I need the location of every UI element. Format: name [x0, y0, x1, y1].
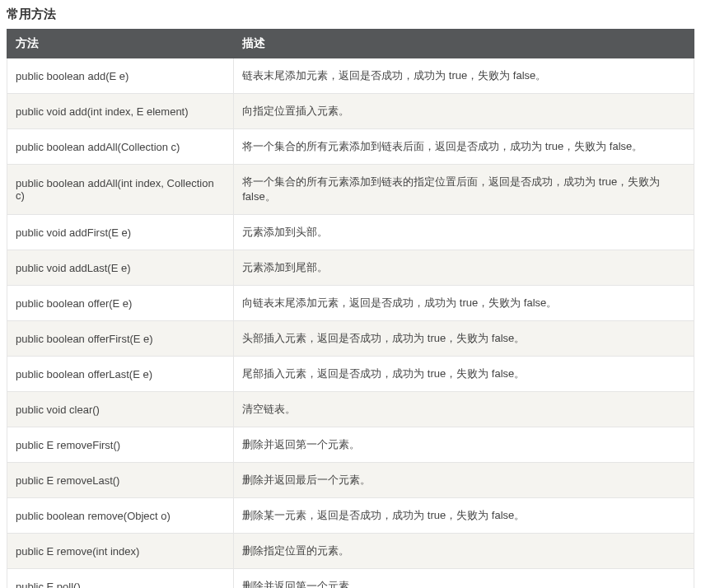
table-row: public boolean addAll(int index, Collect…	[7, 165, 694, 215]
table-row: public E removeLast()删除并返回最后一个元素。	[7, 463, 694, 498]
cell-description: 链表末尾添加元素，返回是否成功，成功为 true，失败为 false。	[234, 58, 694, 94]
cell-method: public boolean remove(Object o)	[7, 498, 234, 534]
cell-method: public void add(int index, E element)	[7, 94, 234, 129]
table-row: public boolean offerLast(E e)尾部插入元素，返回是否…	[7, 357, 694, 392]
cell-description: 删除某一元素，返回是否成功，成功为 true，失败为 false。	[234, 498, 694, 534]
table-row: public void add(int index, E element)向指定…	[7, 94, 694, 129]
cell-description: 头部插入元素，返回是否成功，成功为 true，失败为 false。	[234, 321, 694, 357]
table-row: public boolean addAll(Collection c)将一个集合…	[7, 129, 694, 165]
cell-method: public void addLast(E e)	[7, 250, 234, 286]
cell-description: 清空链表。	[234, 392, 694, 427]
table-row: public E remove(int index)删除指定位置的元素。	[7, 534, 694, 569]
cell-description: 将一个集合的所有元素添加到链表的指定位置后面，返回是否成功，成功为 true，失…	[234, 165, 694, 215]
cell-method: public boolean addAll(Collection c)	[7, 129, 234, 165]
table-row: public boolean offerFirst(E e)头部插入元素，返回是…	[7, 321, 694, 357]
cell-description: 元素添加到头部。	[234, 215, 694, 250]
methods-table: 方法 描述 public boolean add(E e)链表末尾添加元素，返回…	[7, 29, 694, 588]
cell-description: 尾部插入元素，返回是否成功，成功为 true，失败为 false。	[234, 357, 694, 392]
cell-method: public E remove(int index)	[7, 534, 234, 569]
table-header-row: 方法 描述	[7, 30, 694, 58]
cell-description: 删除指定位置的元素。	[234, 534, 694, 569]
cell-description: 向链表末尾添加元素，返回是否成功，成功为 true，失败为 false。	[234, 286, 694, 321]
table-row: public boolean offer(E e)向链表末尾添加元素，返回是否成…	[7, 286, 694, 321]
cell-description: 删除并返回第一个元素。	[234, 427, 694, 463]
table-row: public void clear()清空链表。	[7, 392, 694, 427]
table-row: public boolean remove(Object o)删除某一元素，返回…	[7, 498, 694, 534]
table-row: public void addFirst(E e)元素添加到头部。	[7, 215, 694, 250]
cell-description: 删除并返回第一个元素。	[234, 569, 694, 589]
cell-method: public boolean offer(E e)	[7, 286, 234, 321]
section-title: 常用方法	[7, 7, 694, 22]
cell-method: public boolean add(E e)	[7, 58, 234, 94]
cell-method: public E removeLast()	[7, 463, 234, 498]
cell-method: public E poll()	[7, 569, 234, 589]
cell-method: public E removeFirst()	[7, 427, 234, 463]
table-row: public E removeFirst()删除并返回第一个元素。	[7, 427, 694, 463]
cell-method: public boolean offerFirst(E e)	[7, 321, 234, 357]
header-description: 描述	[234, 30, 694, 58]
cell-description: 删除并返回最后一个元素。	[234, 463, 694, 498]
cell-description: 向指定位置插入元素。	[234, 94, 694, 129]
cell-description: 将一个集合的所有元素添加到链表后面，返回是否成功，成功为 true，失败为 fa…	[234, 129, 694, 165]
table-row: public void addLast(E e)元素添加到尾部。	[7, 250, 694, 286]
header-method: 方法	[7, 30, 234, 58]
cell-method: public void addFirst(E e)	[7, 215, 234, 250]
cell-method: public boolean addAll(int index, Collect…	[7, 165, 234, 215]
cell-method: public boolean offerLast(E e)	[7, 357, 234, 392]
cell-description: 元素添加到尾部。	[234, 250, 694, 286]
cell-method: public void clear()	[7, 392, 234, 427]
table-row: public boolean add(E e)链表末尾添加元素，返回是否成功，成…	[7, 58, 694, 94]
table-row: public E poll()删除并返回第一个元素。	[7, 569, 694, 589]
